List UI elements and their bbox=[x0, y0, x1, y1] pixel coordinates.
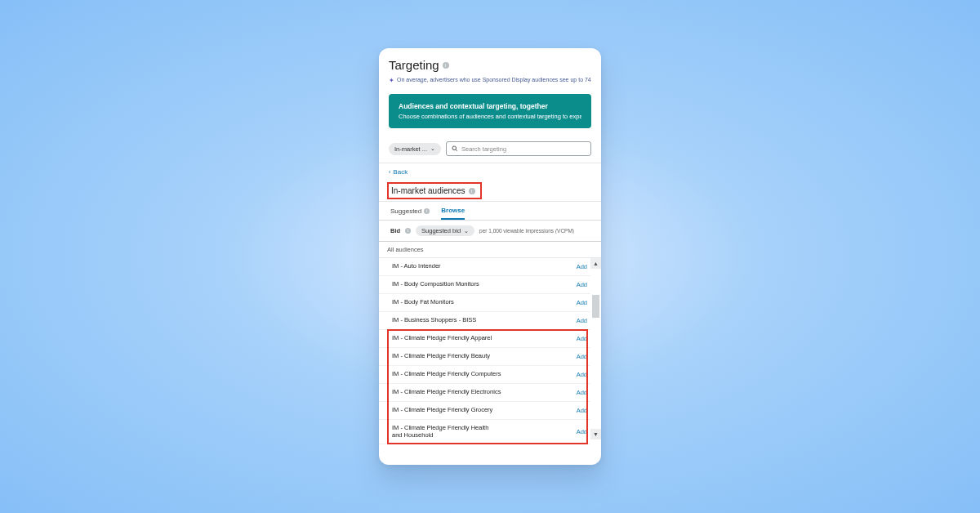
audience-name: IM - Climate Pledge Friendly Grocery bbox=[392, 407, 492, 414]
audience-name: IM - Climate Pledge Friendly Computers bbox=[392, 371, 501, 378]
tab-browse[interactable]: Browse bbox=[441, 207, 465, 220]
chevron-down-icon: ⌄ bbox=[430, 145, 435, 152]
add-button[interactable]: Add bbox=[577, 281, 587, 288]
chevron-left-icon: ‹ bbox=[389, 169, 390, 175]
tab-label: Browse bbox=[441, 207, 465, 214]
add-button[interactable]: Add bbox=[577, 371, 587, 378]
audience-name: IM - Climate Pledge Friendly Electronics bbox=[392, 389, 501, 396]
section-title-highlight: In-market audiences i bbox=[387, 182, 482, 199]
add-button[interactable]: Add bbox=[577, 353, 587, 360]
targeting-panel: Targeting i ✦ On average, advertisers wh… bbox=[379, 48, 601, 465]
section-title-text: In-market audiences bbox=[391, 186, 466, 195]
controls-row: In-market ... ⌄ Search targeting bbox=[379, 136, 601, 163]
banner-title: Audiences and contextual targeting, toge… bbox=[399, 102, 581, 110]
audience-name: IM - Business Shoppers - BISS bbox=[392, 317, 476, 324]
audience-row: IM - Business Shoppers - BISSAdd bbox=[379, 312, 590, 330]
tab-label: Suggested bbox=[390, 207, 421, 215]
audience-row: IM - Climate Pledge Friendly GroceryAdd bbox=[379, 402, 590, 420]
info-banner: Audiences and contextual targeting, toge… bbox=[389, 94, 591, 128]
scroll-thumb[interactable] bbox=[592, 295, 599, 318]
tab-suggested[interactable]: Suggested i bbox=[390, 207, 430, 220]
audience-name: IM - Climate Pledge Friendly Apparel bbox=[392, 335, 492, 342]
sparkle-icon: ✦ bbox=[389, 77, 394, 84]
insight-tip: ✦ On average, advertisers who use Sponso… bbox=[389, 77, 591, 84]
chevron-down-icon: ⌄ bbox=[464, 228, 469, 234]
bid-dropdown[interactable]: Suggested bid ⌄ bbox=[416, 225, 474, 236]
banner-subtitle: Choose combinations of audiences and con… bbox=[399, 113, 581, 120]
info-icon[interactable]: i bbox=[443, 62, 449, 69]
search-placeholder: Search targeting bbox=[461, 145, 506, 153]
tip-text: On average, advertisers who use Sponsore… bbox=[397, 77, 591, 83]
audience-name: IM - Body Fat Monitors bbox=[392, 299, 454, 306]
list-subheading: All audiences bbox=[379, 242, 601, 258]
audience-row: IM - Climate Pledge Friendly Health and … bbox=[379, 420, 590, 444]
back-label: Back bbox=[393, 168, 408, 176]
add-button[interactable]: Add bbox=[577, 407, 587, 414]
audience-row: IM - Climate Pledge Friendly BeautyAdd bbox=[379, 348, 590, 366]
scroll-track[interactable] bbox=[590, 269, 601, 429]
search-input[interactable]: Search targeting bbox=[446, 141, 591, 156]
dropdown-label: In-market ... bbox=[394, 145, 427, 153]
scrollbar[interactable]: ▲ ▼ bbox=[590, 258, 601, 439]
info-icon[interactable]: i bbox=[469, 188, 475, 194]
audience-type-dropdown[interactable]: In-market ... ⌄ bbox=[389, 143, 441, 155]
add-button[interactable]: Add bbox=[577, 317, 587, 324]
add-button[interactable]: Add bbox=[577, 299, 587, 306]
add-button[interactable]: Add bbox=[577, 389, 587, 396]
scroll-up-icon[interactable]: ▲ bbox=[590, 258, 601, 269]
audience-name: IM - Climate Pledge Friendly Health and … bbox=[392, 425, 498, 439]
add-button[interactable]: Add bbox=[577, 263, 587, 270]
audience-name: IM - Body Composition Monitors bbox=[392, 281, 479, 288]
bid-note: per 1,000 viewable impressions (VCPM) bbox=[479, 228, 574, 234]
audience-row: IM - Climate Pledge Friendly ApparelAdd bbox=[379, 330, 590, 348]
scroll-down-icon[interactable]: ▼ bbox=[590, 429, 601, 439]
bid-label: Bid bbox=[390, 227, 400, 234]
bid-pill-label: Suggested bid bbox=[421, 227, 461, 234]
add-button[interactable]: Add bbox=[577, 428, 587, 435]
audience-row: IM - Climate Pledge Friendly ComputersAd… bbox=[379, 366, 590, 384]
info-icon[interactable]: i bbox=[424, 208, 430, 214]
title-text: Targeting bbox=[389, 58, 439, 72]
audience-row: IM - Climate Pledge Friendly Electronics… bbox=[379, 384, 590, 402]
audience-name: IM - Auto Intender bbox=[392, 263, 441, 270]
section-header: In-market audiences i bbox=[379, 181, 601, 202]
search-icon bbox=[452, 145, 458, 152]
panel-header: Targeting i ✦ On average, advertisers wh… bbox=[379, 48, 601, 87]
audience-row: IM - Body Fat MonitorsAdd bbox=[379, 294, 590, 312]
back-link[interactable]: ‹ Back bbox=[379, 163, 601, 181]
info-icon[interactable]: i bbox=[405, 228, 411, 234]
audience-row: IM - Auto IntenderAdd bbox=[379, 258, 590, 276]
audience-list: IM - Auto IntenderAddIM - Body Compositi… bbox=[379, 258, 590, 439]
page-title: Targeting i bbox=[389, 58, 591, 72]
audience-row: IM - Body Composition MonitorsAdd bbox=[379, 276, 590, 294]
bid-row: Bid i Suggested bid ⌄ per 1,000 viewable… bbox=[379, 221, 601, 242]
tabs: Suggested i Browse bbox=[379, 202, 601, 221]
audience-name: IM - Climate Pledge Friendly Beauty bbox=[392, 353, 490, 360]
audience-list-wrap: IM - Auto IntenderAddIM - Body Compositi… bbox=[379, 258, 601, 439]
add-button[interactable]: Add bbox=[577, 335, 587, 342]
